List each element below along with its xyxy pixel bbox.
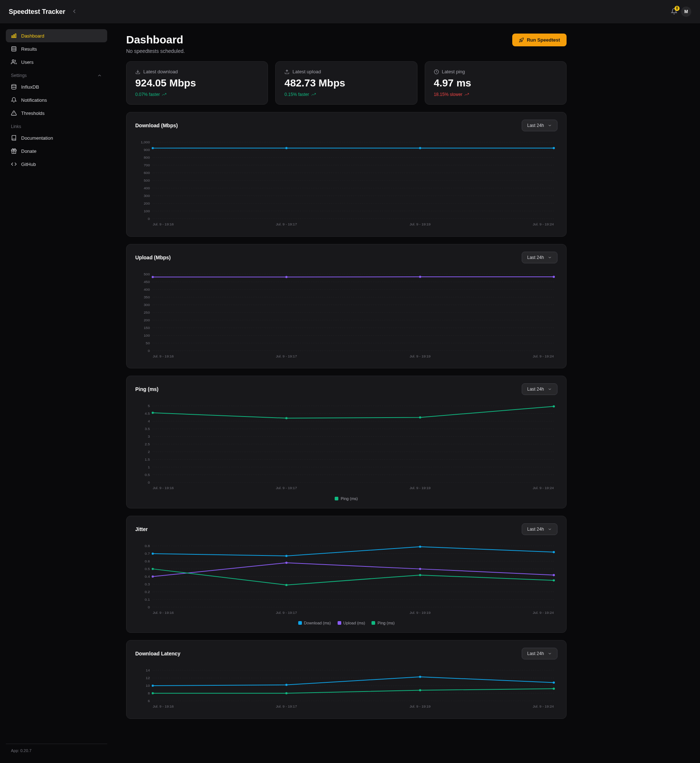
- svg-text:900: 900: [144, 148, 150, 152]
- chevron-down-icon: [548, 123, 552, 128]
- sidebar-item-influxdb[interactable]: InfluxDB: [6, 80, 107, 93]
- svg-text:200: 200: [144, 201, 150, 205]
- range-selector[interactable]: Last 24h: [522, 252, 558, 263]
- notification-badge: 0: [675, 6, 680, 11]
- svg-text:500: 500: [144, 272, 150, 276]
- svg-point-99: [419, 416, 421, 419]
- chart-body: 00.10.20.30.40.50.60.70.8Jul. 9 - 19:16J…: [135, 543, 558, 625]
- range-selector[interactable]: Last 24h: [522, 120, 558, 131]
- svg-text:50: 50: [146, 341, 150, 345]
- download-icon: [135, 69, 141, 74]
- chart-body: 050100150200250300350400450500Jul. 9 - 1…: [135, 270, 558, 361]
- svg-point-153: [152, 692, 154, 694]
- chart-title: Download (Mbps): [135, 122, 178, 128]
- svg-rect-0: [12, 36, 13, 38]
- svg-text:800: 800: [144, 155, 150, 159]
- svg-text:Jul. 9 - 19:24: Jul. 9 - 19:24: [533, 610, 554, 614]
- svg-text:0: 0: [148, 348, 150, 352]
- svg-text:600: 600: [144, 171, 150, 175]
- svg-text:0.5: 0.5: [145, 473, 150, 477]
- svg-text:500: 500: [144, 178, 150, 182]
- back-button[interactable]: [71, 8, 78, 16]
- svg-text:Jul. 9 - 19:17: Jul. 9 - 19:17: [276, 610, 297, 614]
- stat-trend: 0.07% faster: [135, 92, 259, 97]
- svg-text:0.6: 0.6: [145, 559, 150, 563]
- chart-card-ping: Ping (ms) Last 24h 00.511.522.533.544.55…: [126, 376, 567, 508]
- svg-text:350: 350: [144, 295, 150, 299]
- svg-rect-1: [14, 34, 14, 38]
- results-icon: [11, 46, 17, 52]
- svg-text:0.8: 0.8: [145, 544, 150, 548]
- sidebar-item-dashboard[interactable]: Dashboard: [6, 29, 107, 42]
- stat-trend: 0.15% faster: [284, 92, 408, 97]
- svg-point-6: [12, 60, 14, 62]
- svg-text:Jul. 9 - 19:16: Jul. 9 - 19:16: [153, 486, 174, 490]
- nav-label: Documentation: [21, 135, 53, 141]
- code-icon: [11, 161, 17, 167]
- chart-body: 00.511.522.533.544.55Jul. 9 - 19:16Jul. …: [135, 402, 558, 501]
- legend-item: Ping (ms): [372, 621, 394, 625]
- chevron-down-icon: [548, 387, 552, 391]
- svg-text:700: 700: [144, 163, 150, 167]
- sidebar-item-donate[interactable]: Donate: [6, 144, 107, 158]
- svg-point-124: [286, 555, 288, 557]
- sidebar-item-results[interactable]: Results: [6, 42, 107, 55]
- chart-header: Ping (ms) Last 24h: [135, 383, 558, 395]
- svg-text:Jul. 9 - 19:19: Jul. 9 - 19:19: [409, 486, 431, 490]
- range-selector[interactable]: Last 24h: [522, 383, 558, 395]
- users-icon: [11, 59, 17, 65]
- legend-item: Download (ms): [298, 621, 331, 625]
- svg-text:Jul. 9 - 19:24: Jul. 9 - 19:24: [533, 486, 554, 490]
- range-label: Last 24h: [527, 651, 544, 656]
- avatar[interactable]: M: [681, 6, 691, 17]
- svg-text:0: 0: [148, 480, 150, 484]
- clock-icon: [434, 69, 439, 74]
- svg-text:Jul. 9 - 19:16: Jul. 9 - 19:16: [153, 354, 174, 358]
- nav-label: Notifications: [21, 97, 47, 103]
- sidebar-section-settings[interactable]: Settings: [6, 69, 107, 80]
- svg-text:250: 250: [144, 310, 150, 314]
- sidebar-item-thresholds[interactable]: Thresholds: [6, 106, 107, 120]
- svg-text:2.5: 2.5: [145, 442, 150, 446]
- sidebar-item-documentation[interactable]: Documentation: [6, 131, 107, 144]
- topbar: Speedtest Tracker 0 M: [0, 0, 700, 23]
- svg-point-128: [286, 562, 288, 564]
- trend-up-icon: [311, 92, 316, 97]
- svg-text:Jul. 9 - 19:19: Jul. 9 - 19:19: [409, 704, 431, 708]
- stat-trend: 18.15% slower: [434, 92, 558, 97]
- chart-body: 68101214Jul. 9 - 19:16Jul. 9 - 19:17Jul.…: [135, 667, 558, 711]
- book-icon: [11, 135, 17, 141]
- svg-text:Jul. 9 - 19:19: Jul. 9 - 19:19: [409, 354, 431, 358]
- warning-icon: [11, 110, 17, 116]
- sidebar-item-users[interactable]: Users: [6, 55, 107, 69]
- svg-text:0.5: 0.5: [145, 567, 150, 571]
- svg-point-67: [152, 276, 154, 278]
- nav-label: Users: [21, 59, 34, 65]
- stat-value: 4.97 ms: [434, 77, 558, 89]
- trend-up-icon: [162, 92, 166, 97]
- range-label: Last 24h: [527, 386, 544, 392]
- chart-body: 01002003004005006007008009001,000Jul. 9 …: [135, 139, 558, 229]
- svg-text:Jul. 9 - 19:24: Jul. 9 - 19:24: [533, 354, 554, 358]
- sidebar-item-github[interactable]: GitHub: [6, 158, 107, 171]
- svg-text:Jul. 9 - 19:17: Jul. 9 - 19:17: [276, 704, 297, 708]
- svg-text:1: 1: [148, 465, 150, 469]
- svg-point-149: [152, 685, 154, 687]
- svg-text:400: 400: [144, 287, 150, 291]
- range-selector[interactable]: Last 24h: [522, 648, 558, 660]
- chart-card-download: Download (Mbps) Last 24h 010020030040050…: [126, 112, 567, 237]
- chart-header: Download (Mbps) Last 24h: [135, 120, 558, 131]
- range-selector[interactable]: Last 24h: [522, 523, 558, 535]
- notifications-button[interactable]: 0: [671, 8, 677, 16]
- svg-point-130: [553, 574, 555, 576]
- sidebar-section-links: Links: [6, 120, 107, 131]
- svg-text:1,000: 1,000: [141, 140, 150, 144]
- dashboard-icon: [11, 33, 17, 39]
- sidebar-item-notifications[interactable]: Notifications: [6, 93, 107, 106]
- svg-text:Jul. 9 - 19:17: Jul. 9 - 19:17: [276, 486, 297, 490]
- chevron-down-icon: [548, 527, 552, 532]
- nav-label: Dashboard: [21, 33, 44, 39]
- run-speedtest-button[interactable]: Run Speedtest: [512, 34, 567, 46]
- stat-card-upload: Latest upload 482.73 Mbps 0.15% faster: [275, 61, 417, 105]
- chevron-up-icon: [97, 73, 102, 78]
